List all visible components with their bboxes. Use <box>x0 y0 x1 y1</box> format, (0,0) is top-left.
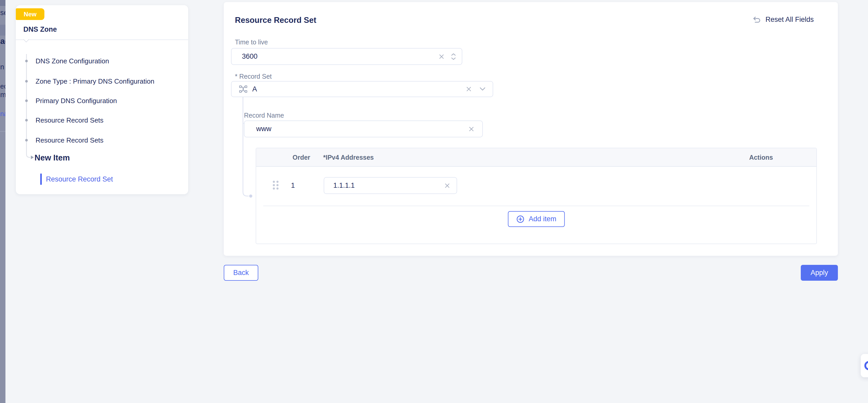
ttl-label: Time to live <box>235 38 268 46</box>
sidebar-divider <box>16 39 188 40</box>
clear-ttl-icon[interactable] <box>438 54 445 60</box>
tree-connector-icon <box>24 47 39 172</box>
record-set-value[interactable]: A <box>252 85 466 93</box>
clear-record-name-icon[interactable] <box>468 126 474 132</box>
sidebar-item-resource-record-sets-1[interactable]: Resource Record Sets <box>36 116 103 124</box>
undo-arrow-icon <box>752 16 761 24</box>
dns-zone-sidebar: New DNS Zone DNS Zone Configuration Zone… <box>16 5 188 194</box>
ipv4-addresses-table: Order *IPv4 Addresses Actions 1 1.1.1.1 … <box>256 148 817 244</box>
apply-button[interactable]: Apply <box>801 265 838 281</box>
floating-help-widget[interactable] <box>861 354 868 377</box>
underlay-text-fragment: ag <box>0 36 5 46</box>
chevron-down-icon[interactable] <box>479 87 486 91</box>
reset-all-fields-label: Reset All Fields <box>766 16 814 24</box>
record-name-value[interactable]: www <box>256 125 468 133</box>
sidebar-item-zone-type[interactable]: Zone Type : Primary DNS Configuration <box>36 77 154 86</box>
record-set-label: * Record Set <box>235 73 272 80</box>
stepper-up-icon[interactable] <box>451 53 456 56</box>
number-stepper[interactable] <box>451 53 456 60</box>
underlay-text-fragment: n l <box>0 63 5 71</box>
new-badge: New <box>16 8 44 20</box>
underlay-selected-band <box>0 25 5 36</box>
underlay-divider <box>0 131 5 132</box>
record-name-input[interactable]: www <box>244 121 483 137</box>
back-button[interactable]: Back <box>224 265 258 281</box>
table-header: Order *IPv4 Addresses Actions <box>256 148 816 167</box>
order-column-header: Order <box>292 154 310 161</box>
record-set-select[interactable]: A <box>231 81 493 97</box>
collapse-notch-icon <box>23 37 29 42</box>
active-item-bar <box>40 174 42 185</box>
page: { "underlay": { "fragments": ["se", "ag"… <box>0 0 868 403</box>
underlay-text-fragment: se <box>0 9 5 17</box>
ttl-input[interactable]: 3600 <box>231 48 462 65</box>
shuffle-icon <box>239 85 248 93</box>
row-order-value: 1 <box>291 182 295 190</box>
resource-record-set-panel: Resource Record Set Reset All Fields Tim… <box>224 2 838 256</box>
add-item-label: Add item <box>529 215 557 223</box>
sidebar-item-resource-record-set-active[interactable]: Resource Record Set <box>46 175 113 183</box>
help-ring-icon <box>864 361 868 370</box>
underlay-text-fragment: m <box>0 91 5 99</box>
sidebar-item-resource-record-sets-2[interactable]: Resource Record Sets <box>36 136 103 144</box>
sidebar-item-primary-dns-configuration[interactable]: Primary DNS Configuration <box>36 97 117 105</box>
ipv4-column-header: *IPv4 Addresses <box>323 154 374 161</box>
sidebar-item-new-item[interactable]: New Item <box>34 153 70 162</box>
panel-title: Resource Record Set <box>235 16 316 25</box>
underlay-topband <box>0 0 5 6</box>
underlay-text-fragment: ec <box>0 83 5 90</box>
ipv4-address-input[interactable]: 1.1.1.1 <box>324 177 457 194</box>
actions-column-header: Actions <box>745 154 777 161</box>
table-row-divider <box>263 206 809 206</box>
sidebar-title: DNS Zone <box>23 26 57 33</box>
ipv4-address-value[interactable]: 1.1.1.1 <box>333 182 444 190</box>
add-item-button[interactable]: Add item <box>508 211 565 227</box>
clear-record-set-icon[interactable] <box>466 86 472 92</box>
stepper-down-icon[interactable] <box>451 57 456 60</box>
record-name-label: Record Name <box>244 112 284 119</box>
reset-all-fields-button[interactable]: Reset All Fields <box>752 16 814 24</box>
ttl-value[interactable]: 3600 <box>242 53 438 61</box>
background-page-strip: se ag n l ec m na <box>0 0 5 403</box>
sidebar-item-dns-zone-configuration[interactable]: DNS Zone Configuration <box>36 57 109 65</box>
plus-circle-icon <box>516 215 525 223</box>
underlay-link-fragment: na <box>0 110 5 118</box>
clear-ipv4-icon[interactable] <box>444 183 451 189</box>
drag-handle-icon[interactable] <box>273 181 280 191</box>
